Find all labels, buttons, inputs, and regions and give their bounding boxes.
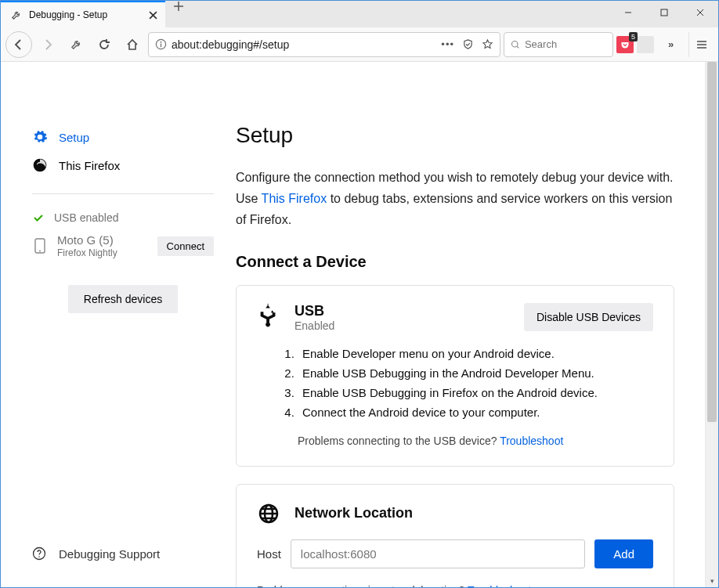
sidebar: Setup This Firefox USB enabled bbox=[1, 62, 236, 587]
devtools-icon[interactable] bbox=[63, 32, 89, 57]
usb-icon bbox=[257, 303, 280, 326]
overflow-button[interactable]: » bbox=[657, 32, 682, 57]
divider bbox=[32, 193, 214, 194]
page-actions-icon[interactable]: ••• bbox=[441, 38, 454, 50]
firefox-icon bbox=[32, 157, 48, 173]
close-icon[interactable] bbox=[146, 9, 159, 21]
check-icon bbox=[32, 211, 45, 224]
add-button[interactable]: Add bbox=[594, 539, 653, 568]
bookmark-star-icon[interactable] bbox=[482, 38, 493, 50]
url-input[interactable] bbox=[172, 38, 436, 51]
pocket-button[interactable]: 5 bbox=[616, 32, 634, 57]
connect-heading: Connect a Device bbox=[236, 253, 689, 271]
usb-step: Connect the Android device to your compu… bbox=[298, 403, 653, 421]
host-label: Host bbox=[257, 547, 281, 561]
phone-icon bbox=[32, 238, 48, 254]
sidebar-footer[interactable]: Debugging Support bbox=[32, 536, 214, 572]
reader-shield-icon[interactable] bbox=[462, 38, 474, 50]
vertical-scrollbar[interactable]: ▾ bbox=[705, 62, 718, 587]
this-firefox-link[interactable]: This Firefox bbox=[262, 192, 327, 205]
disable-usb-button[interactable]: Disable USB Devices bbox=[524, 303, 653, 331]
usb-step: Enable USB Debugging in the Android Deve… bbox=[298, 364, 653, 382]
usb-status-text: Enabled bbox=[294, 319, 510, 332]
device-name: Moto G (5) bbox=[57, 233, 148, 247]
search-bar[interactable] bbox=[504, 32, 613, 57]
sidebar-item-label: Setup bbox=[59, 131, 89, 144]
refresh-devices-button[interactable]: Refresh devices bbox=[68, 285, 178, 313]
back-button[interactable] bbox=[5, 31, 32, 58]
minimize-button[interactable] bbox=[610, 1, 646, 24]
extension-icon[interactable] bbox=[637, 32, 654, 57]
sidebar-item-setup[interactable]: Setup bbox=[32, 123, 214, 151]
page-title: Setup bbox=[236, 123, 689, 148]
scrollbar-thumb[interactable] bbox=[707, 62, 717, 422]
sidebar-item-this-firefox[interactable]: This Firefox bbox=[32, 151, 214, 179]
globe-icon bbox=[257, 502, 280, 525]
info-icon bbox=[155, 38, 167, 50]
help-icon bbox=[32, 547, 46, 561]
search-icon bbox=[511, 39, 520, 50]
scroll-down-arrow[interactable]: ▾ bbox=[706, 574, 718, 587]
device-subtitle: Firefox Nightly bbox=[57, 247, 148, 258]
usb-step: Enable Developer menu on your Android de… bbox=[298, 345, 653, 363]
new-tab-button[interactable] bbox=[165, 1, 192, 12]
svg-rect-3 bbox=[161, 44, 161, 48]
svg-point-7 bbox=[39, 251, 41, 252]
home-button[interactable] bbox=[120, 32, 145, 57]
usb-steps: Enable Developer menu on your Android de… bbox=[298, 345, 653, 422]
troubleshoot-link[interactable]: Troubleshoot bbox=[468, 584, 531, 587]
connect-button[interactable]: Connect bbox=[157, 236, 214, 256]
network-card: Network Location Host Add Problems conne… bbox=[236, 484, 674, 587]
usb-status-label: USB enabled bbox=[54, 211, 119, 224]
gear-icon bbox=[32, 129, 48, 145]
browser-tab[interactable]: Debugging - Setup bbox=[1, 1, 165, 27]
maximize-button[interactable] bbox=[646, 1, 682, 24]
sidebar-item-label: This Firefox bbox=[59, 159, 120, 172]
pocket-badge: 5 bbox=[629, 32, 638, 41]
hamburger-menu-button[interactable] bbox=[688, 32, 714, 57]
intro-text: Configure the connection method you wish… bbox=[236, 167, 674, 231]
forward-button[interactable] bbox=[35, 32, 60, 57]
usb-status: USB enabled bbox=[32, 208, 214, 227]
usb-step: Enable USB Debugging in Firefox on the A… bbox=[298, 384, 653, 402]
device-row: Moto G (5) Firefox Nightly Connect bbox=[32, 227, 214, 265]
window-controls bbox=[610, 1, 718, 24]
usb-troubleshoot: Problems connecting to the USB device? T… bbox=[298, 435, 653, 447]
svg-rect-0 bbox=[661, 9, 667, 16]
main-content: Setup Configure the connection method yo… bbox=[236, 62, 705, 587]
window-titlebar: Debugging - Setup bbox=[1, 1, 718, 27]
network-title: Network Location bbox=[294, 505, 653, 521]
wrench-icon bbox=[10, 9, 23, 21]
browser-toolbar: ••• 5 » bbox=[1, 27, 718, 62]
reload-button[interactable] bbox=[92, 32, 117, 57]
search-input[interactable] bbox=[525, 38, 606, 50]
usb-card: USB Enabled Disable USB Devices Enable D… bbox=[236, 285, 674, 467]
svg-point-2 bbox=[161, 41, 162, 43]
support-label: Debugging Support bbox=[59, 547, 160, 561]
svg-point-4 bbox=[511, 41, 517, 46]
troubleshoot-link[interactable]: Troubleshoot bbox=[500, 435, 563, 447]
network-troubleshoot: Problems connecting via network location… bbox=[257, 584, 653, 587]
page-content: Setup This Firefox USB enabled bbox=[1, 62, 705, 587]
host-input[interactable] bbox=[291, 539, 585, 568]
url-bar[interactable]: ••• bbox=[148, 32, 500, 57]
tab-title: Debugging - Setup bbox=[29, 9, 140, 20]
svg-point-9 bbox=[38, 556, 40, 557]
usb-title: USB bbox=[294, 303, 510, 319]
close-window-button[interactable] bbox=[682, 1, 718, 24]
